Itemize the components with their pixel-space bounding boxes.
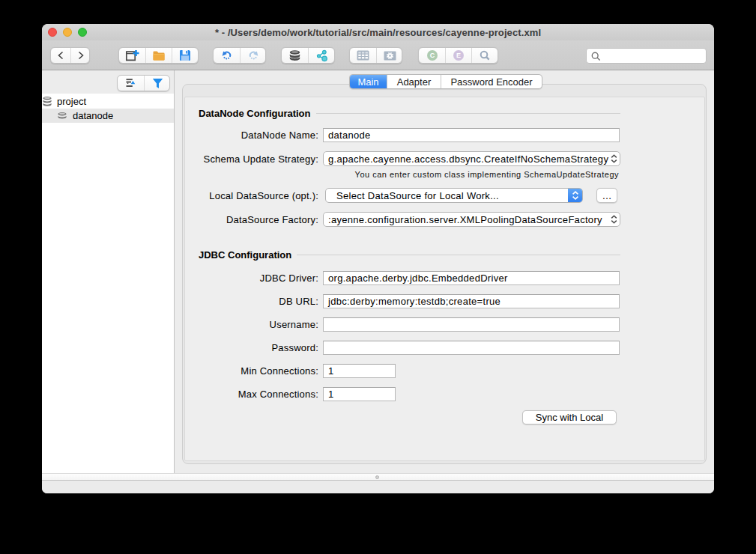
svg-text:E: E [456,52,461,59]
svg-text:C: C [429,52,435,59]
